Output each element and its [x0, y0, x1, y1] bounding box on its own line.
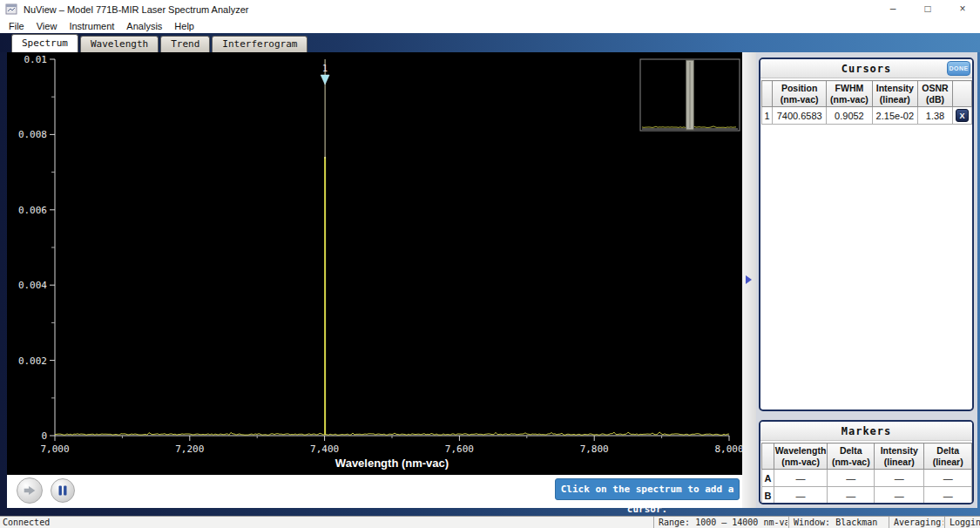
markers-col-delta-linear: Delta(linear): [924, 443, 972, 470]
cursors-col-delete: [953, 81, 972, 107]
pause-icon: [57, 484, 69, 497]
y-tick-label: 0.004: [18, 280, 47, 291]
marker-b-delta-nm: —: [828, 487, 875, 504]
cursor-marker-label: 1: [322, 64, 328, 73]
tab-trend[interactable]: Trend: [160, 36, 210, 52]
cursors-col-position: Position(nm-vac): [773, 81, 827, 107]
cursor-marker-icon[interactable]: [321, 75, 329, 85]
menu-file[interactable]: File: [3, 19, 30, 33]
window-controls: – □ ×: [875, 0, 980, 19]
delete-cursor-button[interactable]: X: [956, 109, 969, 122]
y-tick-label: 0.008: [18, 129, 47, 140]
x-tick-label: 7,000: [40, 443, 69, 455]
marker-b-wavelength: —: [774, 487, 828, 504]
menu-analysis[interactable]: Analysis: [120, 19, 168, 33]
cursor-row-1: 1 7400.6583 0.9052 2.15e-02 1.38 X: [762, 107, 972, 125]
x-tick-label: 7,200: [175, 443, 204, 455]
markers-col-wavelength: Wavelength(nm-vac): [774, 443, 828, 470]
cursors-col-num: [762, 81, 773, 107]
connection-status: Connected: [3, 517, 50, 528]
app-icon: [5, 3, 17, 16]
cursors-panel-title: Cursors: [841, 63, 892, 75]
step-button[interactable]: [17, 477, 43, 504]
cursors-col-fwhm: FWHM(nm-vac): [827, 81, 873, 107]
marker-row-b: B — — — —: [762, 487, 972, 504]
pause-button[interactable]: [51, 478, 75, 503]
menu-help[interactable]: Help: [168, 19, 200, 33]
marker-a-label: A: [762, 470, 774, 487]
y-tick-label: 0.01: [24, 54, 48, 65]
tab-spectrum[interactable]: Spectrum: [11, 34, 78, 52]
x-tick-label: 7,600: [445, 443, 474, 455]
marker-b-intensity: —: [875, 487, 924, 504]
close-button[interactable]: ×: [945, 0, 980, 19]
spectrum-chart[interactable]: 7,0007,2007,4007,6007,8008,00000.0020.00…: [7, 52, 742, 475]
main-area: 7,0007,2007,4007,6007,8008,00000.0020.00…: [0, 52, 980, 516]
markers-col-id: [762, 443, 774, 470]
cursors-panel-header: Cursors DONE: [760, 59, 972, 78]
status-bar: Connected Range: 1000 – 14000 nm-vac Win…: [0, 516, 980, 528]
right-panel: Cursors DONE Position(nm-vac) FWHM(nm-va…: [756, 52, 977, 508]
markers-col-delta-nm: Delta(nm-vac): [828, 443, 875, 470]
marker-b-label: B: [762, 487, 774, 504]
maximize-button[interactable]: □: [910, 0, 945, 19]
add-cursor-hint-button[interactable]: Click on the spectrum to add a cursor.: [555, 478, 740, 500]
tab-interferogram[interactable]: Interferogram: [212, 36, 308, 52]
markers-panel: Markers Wavelength(nm-vac) Delta(nm-vac)…: [759, 420, 974, 504]
app-window: NuView – Model 771B-MIR Laser Spectrum A…: [0, 0, 980, 528]
spectrum-trace[interactable]: [55, 432, 729, 435]
marker-a-delta-nm: —: [828, 470, 875, 487]
x-tick-label: 7,800: [580, 443, 609, 455]
markers-table: Wavelength(nm-vac) Delta(nm-vac) Intensi…: [761, 443, 972, 504]
y-tick-label: 0.002: [18, 355, 47, 367]
done-button[interactable]: DONE: [947, 61, 970, 76]
logging-status[interactable]: Logging: [944, 517, 980, 528]
cursor-position-value: 7400.6583: [773, 107, 827, 125]
cursor-intensity-value: 2.15e-02: [872, 107, 917, 125]
menu-view[interactable]: View: [30, 19, 64, 33]
minimize-button[interactable]: –: [875, 0, 910, 19]
y-tick-label: 0: [41, 430, 47, 442]
averaging-status: Averaging: Off: [889, 517, 943, 528]
menu-bar: File View Instrument Analysis Help: [0, 19, 980, 33]
markers-panel-title: Markers: [841, 425, 892, 437]
markers-panel-header: Markers: [760, 422, 972, 441]
marker-b-delta-linear: —: [924, 487, 972, 504]
x-axis-title: Wavelength (nm-vac): [335, 457, 449, 470]
tab-bar: Spectrum Wavelength Trend Interferogram: [0, 33, 980, 52]
marker-row-a: A — — — —: [762, 470, 972, 487]
markers-col-intensity: Intensity(linear): [875, 443, 924, 470]
cursors-col-intensity: Intensity(linear): [872, 81, 917, 107]
cursor-row-number: 1: [762, 107, 773, 125]
window-function-status: Window: Blackman: [788, 517, 888, 528]
cursor-delete-cell: X: [953, 107, 972, 125]
transport-strip: Click on the spectrum to add a cursor.: [7, 475, 742, 508]
x-tick-label: 7,400: [310, 443, 339, 455]
range-status: Range: 1000 – 14000 nm-vac: [653, 517, 787, 528]
marker-a-intensity: —: [875, 470, 924, 487]
marker-a-delta-linear: —: [924, 470, 972, 487]
window-title: NuView – Model 771B-MIR Laser Spectrum A…: [24, 4, 248, 15]
panel-splitter[interactable]: [742, 52, 756, 508]
cursor-osnr-value: 1.38: [917, 107, 952, 125]
menu-instrument[interactable]: Instrument: [63, 19, 120, 33]
title-bar: NuView – Model 771B-MIR Laser Spectrum A…: [0, 0, 980, 19]
marker-a-wavelength: —: [774, 470, 828, 487]
cursor-fwhm-value: 0.9052: [827, 107, 873, 125]
cursors-panel: Cursors DONE Position(nm-vac) FWHM(nm-va…: [759, 58, 974, 411]
y-tick-label: 0.006: [18, 205, 47, 216]
tab-wavelength[interactable]: Wavelength: [80, 36, 159, 52]
x-tick-label: 8,000: [714, 443, 742, 455]
forward-arrow-icon: [22, 483, 37, 498]
expand-arrow-icon[interactable]: [746, 275, 752, 284]
cursors-col-osnr: OSNR(dB): [917, 81, 952, 107]
cursors-table: Position(nm-vac) FWHM(nm-vac) Intensity(…: [761, 80, 972, 125]
